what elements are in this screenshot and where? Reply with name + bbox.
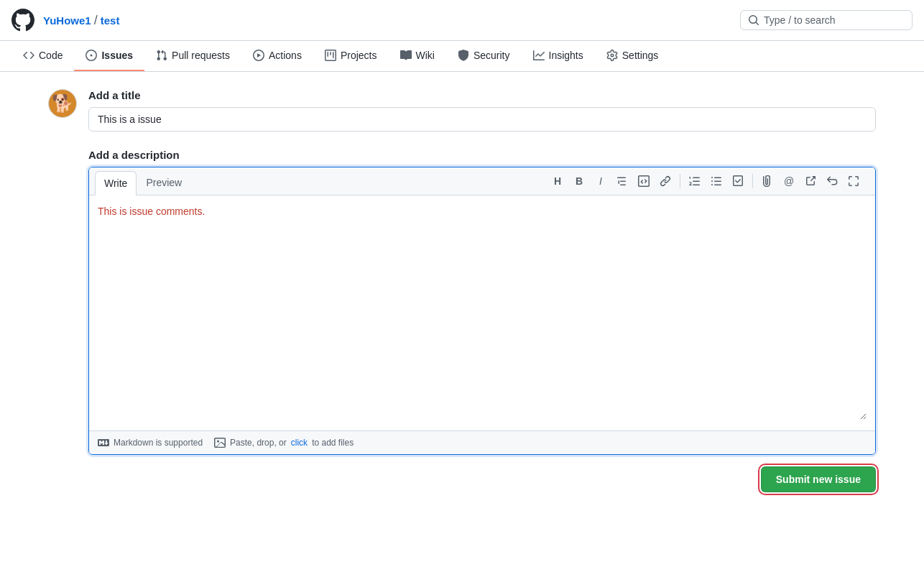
nav-item-insights[interactable]: Insights (522, 41, 595, 71)
description-label: Add a description (88, 149, 876, 161)
title-section-label: Add a title (88, 89, 876, 101)
form-column: Add a title Add a description Write Prev… (88, 89, 876, 492)
wiki-icon (400, 50, 412, 61)
avatar: 🐕 (48, 89, 77, 118)
nav-security-label: Security (473, 50, 510, 61)
nav-actions-label: Actions (269, 50, 302, 61)
search-box[interactable]: Type / to search (740, 10, 913, 30)
nav-item-issues[interactable]: Issues (74, 41, 144, 71)
tab-write[interactable]: Write (95, 171, 137, 195)
attach-text-2: to add files (312, 438, 354, 448)
title-input[interactable] (88, 107, 876, 132)
issues-icon (86, 50, 97, 61)
nav-item-code[interactable]: Code (11, 41, 74, 71)
markdown-icon (98, 437, 109, 448)
nav-item-wiki[interactable]: Wiki (389, 41, 446, 71)
quote-btn[interactable] (612, 171, 632, 191)
nav-item-security[interactable]: Security (446, 41, 522, 71)
attach-text-1: Paste, drop, or (230, 438, 287, 448)
code-btn[interactable] (634, 171, 654, 191)
markdown-note: Markdown is supported (98, 437, 203, 448)
insights-icon (533, 50, 545, 61)
fullscreen-btn[interactable] (844, 171, 864, 191)
italic-btn[interactable]: I (591, 171, 611, 191)
nav-item-pull-requests[interactable]: Pull requests (144, 41, 241, 71)
attach-link[interactable]: click (291, 438, 308, 448)
cross-ref-btn[interactable] (800, 171, 821, 191)
editor-footer: Markdown is supported Paste, drop, or cl… (89, 430, 875, 454)
nav-item-projects[interactable]: Projects (313, 41, 389, 71)
editor-wrapper: Write Preview H B I (88, 167, 876, 455)
toolbar-divider-2 (752, 174, 753, 188)
ordered-list-btn[interactable] (685, 171, 705, 191)
editor-toolbar: H B I (542, 168, 869, 194)
undo-btn[interactable] (822, 171, 842, 191)
issue-form-layout: 🐕 Add a title Add a description Write (48, 89, 876, 492)
task-list-btn[interactable] (728, 171, 748, 191)
description-section: Add a description Write Preview H (88, 149, 876, 492)
settings-icon (606, 50, 618, 61)
image-icon (214, 437, 226, 448)
nav-issues-label: Issues (101, 50, 133, 61)
nav-item-actions[interactable]: Actions (241, 41, 313, 71)
markdown-text: Markdown is supported (114, 438, 203, 448)
actions-icon (253, 50, 264, 61)
pull-request-icon (156, 50, 167, 61)
description-textarea[interactable]: This is issue comments. (98, 204, 867, 420)
repo-separator: / (94, 13, 98, 28)
avatar-column: 🐕 (48, 89, 77, 118)
file-attach-note: Paste, drop, or click to add files (214, 437, 354, 448)
link-btn[interactable] (655, 171, 675, 191)
repo-owner-link[interactable]: YuHowe1 (43, 14, 91, 27)
projects-icon (325, 50, 336, 61)
search-icon (748, 14, 759, 26)
submit-new-issue-button[interactable]: Submit new issue (761, 466, 876, 492)
bold-btn[interactable]: B (569, 171, 589, 191)
nav-settings-label: Settings (622, 50, 659, 61)
heading-btn[interactable]: H (548, 171, 568, 191)
toolbar-divider-1 (680, 174, 680, 188)
security-icon (458, 50, 469, 61)
submit-area: Submit new issue (88, 466, 876, 492)
nav-wiki-label: Wiki (416, 50, 435, 61)
repo-breadcrumb: YuHowe1 / test (43, 13, 740, 28)
repo-name-link[interactable]: test (101, 14, 120, 27)
attach-btn[interactable] (757, 171, 777, 191)
editor-body[interactable]: This is issue comments. (89, 195, 875, 430)
github-logo-icon (11, 9, 34, 32)
tab-preview[interactable]: Preview (137, 170, 191, 195)
code-icon (23, 50, 34, 61)
nav-pr-label: Pull requests (172, 50, 230, 61)
top-header: YuHowe1 / test Type / to search (0, 0, 924, 41)
unordered-list-btn[interactable] (706, 171, 726, 191)
main-content: 🐕 Add a title Add a description Write (31, 89, 893, 492)
search-placeholder: Type / to search (764, 14, 836, 26)
mention-btn[interactable]: @ (779, 171, 799, 191)
nav-insights-label: Insights (549, 50, 583, 61)
nav-item-settings[interactable]: Settings (595, 41, 670, 71)
nav-code-label: Code (39, 50, 63, 61)
editor-tabs: Write Preview H B I (89, 167, 875, 195)
nav-projects-label: Projects (341, 50, 377, 61)
repo-nav: Code Issues Pull requests Actions Projec… (0, 41, 924, 72)
